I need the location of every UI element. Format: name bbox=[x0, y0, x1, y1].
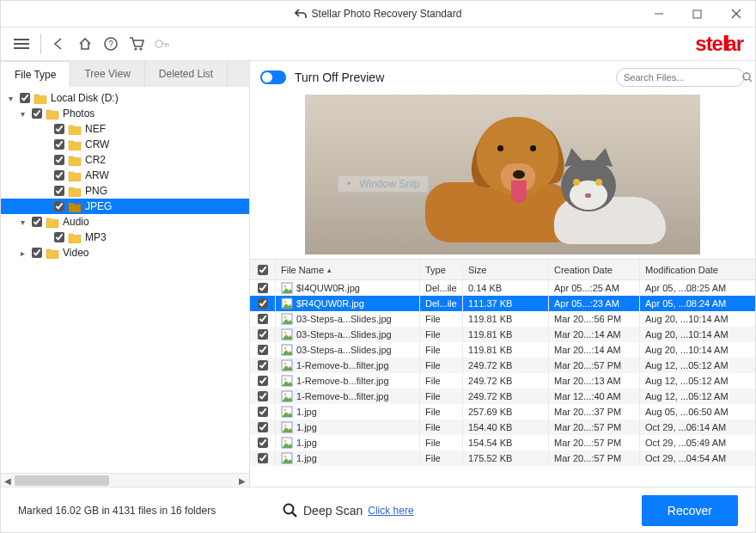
expand-arrow-icon[interactable]: ▾ bbox=[4, 94, 16, 103]
row-checkbox[interactable] bbox=[258, 314, 268, 324]
tree-item[interactable]: MP3 bbox=[1, 230, 249, 245]
tab-deleted-list[interactable]: Deleted List bbox=[145, 61, 228, 87]
tree-horizontal-scrollbar[interactable]: ◀ ▶ bbox=[1, 473, 249, 487]
table-row[interactable]: 1-Remove-b...filter.jpgFile249.72 KBMar … bbox=[250, 373, 755, 389]
folder-icon bbox=[46, 248, 59, 259]
tree-checkbox[interactable] bbox=[20, 93, 30, 103]
table-row[interactable]: 1.jpgFile257.69 KBMar 20...:37 PMAug 05,… bbox=[250, 404, 755, 420]
tab-tree-view[interactable]: Tree View bbox=[70, 61, 144, 87]
file-modification-date: Aug 05, ...06:50 AM bbox=[640, 404, 755, 420]
row-checkbox[interactable] bbox=[258, 329, 268, 340]
row-checkbox[interactable] bbox=[258, 376, 268, 386]
row-checkbox[interactable] bbox=[258, 298, 268, 309]
svg-point-37 bbox=[284, 456, 287, 458]
row-checkbox[interactable] bbox=[258, 391, 268, 401]
header-modification-date[interactable]: Modification Date bbox=[640, 260, 755, 279]
header-checkbox-col[interactable] bbox=[250, 260, 276, 279]
scroll-left-arrow[interactable]: ◀ bbox=[1, 474, 15, 487]
cart-icon[interactable] bbox=[124, 31, 149, 57]
row-checkbox[interactable] bbox=[258, 283, 268, 293]
row-checkbox[interactable] bbox=[258, 360, 268, 371]
help-icon[interactable]: ? bbox=[98, 31, 124, 57]
toolbar: ? stellar bbox=[1, 27, 755, 61]
deep-scan-section: Deep Scan Click here bbox=[283, 503, 414, 518]
table-row[interactable]: 1-Remove-b...filter.jpgFile249.72 KBMar … bbox=[250, 358, 755, 373]
row-checkbox[interactable] bbox=[258, 345, 268, 355]
tab-file-type[interactable]: File Type bbox=[1, 61, 70, 88]
table-row[interactable]: $I4QUW0R.jpgDel...ile0.14 KBApr 05...:25… bbox=[250, 280, 755, 296]
minimize-button[interactable] bbox=[639, 1, 678, 27]
tree-checkbox[interactable] bbox=[54, 170, 64, 181]
table-row[interactable]: 1.jpgFile175.52 KBMar 20...:57 PMOct 29,… bbox=[250, 450, 755, 466]
row-checkbox[interactable] bbox=[258, 422, 268, 432]
tree-item[interactable]: ▸Video bbox=[1, 245, 249, 260]
file-size: 111.37 KB bbox=[463, 296, 549, 311]
file-modification-date: Aug 12, ...05:12 AM bbox=[640, 373, 755, 389]
recover-button[interactable]: Recover bbox=[642, 495, 738, 526]
tree-item[interactable]: ▾Photos bbox=[1, 106, 249, 121]
back-icon[interactable] bbox=[46, 31, 72, 57]
row-checkbox[interactable] bbox=[258, 453, 268, 463]
table-row[interactable]: 03-Steps-a...Slides.jpgFile119.81 KBMar … bbox=[250, 342, 755, 358]
menu-icon[interactable] bbox=[9, 31, 35, 57]
file-size: 119.81 KB bbox=[463, 327, 549, 342]
tree-item-label: Video bbox=[63, 247, 88, 259]
tree-item[interactable]: JPEG bbox=[1, 199, 249, 214]
preview-toggle[interactable] bbox=[260, 70, 286, 84]
tree-item[interactable]: ▾Audio bbox=[1, 214, 249, 230]
tree-checkbox[interactable] bbox=[54, 201, 64, 211]
table-row[interactable]: 1-Remove-b...filter.jpgFile249.72 KBMar … bbox=[250, 389, 755, 404]
tree-item-label: Audio bbox=[63, 216, 89, 228]
tree-item[interactable]: NEF bbox=[1, 121, 249, 137]
tree-checkbox[interactable] bbox=[54, 155, 64, 165]
row-checkbox[interactable] bbox=[258, 407, 268, 417]
search-icon[interactable] bbox=[742, 72, 753, 83]
key-icon[interactable] bbox=[149, 31, 175, 57]
deep-scan-link[interactable]: Click here bbox=[368, 505, 413, 517]
maximize-button[interactable] bbox=[678, 1, 716, 27]
file-name: 1-Remove-b...filter.jpg bbox=[296, 360, 389, 371]
svg-point-17 bbox=[284, 301, 287, 303]
table-row[interactable]: 03-Steps-a...Slides.jpgFile119.81 KBMar … bbox=[250, 311, 755, 327]
tree-checkbox[interactable] bbox=[32, 217, 42, 227]
tree-checkbox[interactable] bbox=[54, 124, 64, 134]
tree-checkbox[interactable] bbox=[54, 186, 64, 196]
tree-checkbox[interactable] bbox=[54, 232, 64, 242]
tree-checkbox[interactable] bbox=[32, 248, 42, 258]
header-filename[interactable]: File Name▴ bbox=[276, 260, 420, 279]
file-creation-date: Mar 20...:57 PM bbox=[549, 435, 640, 450]
scroll-thumb[interactable] bbox=[15, 475, 109, 486]
watermark-badge: Window Snip bbox=[338, 175, 429, 193]
expand-arrow-icon[interactable]: ▾ bbox=[16, 109, 28, 119]
tree-item[interactable]: ARW bbox=[1, 168, 249, 183]
tree-checkbox[interactable] bbox=[54, 139, 64, 150]
file-creation-date: Apr 05...:23 AM bbox=[549, 296, 640, 311]
search-input[interactable] bbox=[624, 72, 742, 83]
table-body[interactable]: $I4QUW0R.jpgDel...ile0.14 KBApr 05...:25… bbox=[250, 280, 755, 487]
search-box[interactable] bbox=[616, 68, 745, 87]
preview-area: Window Snip bbox=[250, 94, 755, 259]
home-icon[interactable] bbox=[72, 31, 98, 57]
row-checkbox[interactable] bbox=[258, 438, 268, 448]
table-row[interactable]: $R4QUW0R.jpgDel...ile111.37 KBApr 05...:… bbox=[250, 296, 755, 311]
file-type-tree[interactable]: ▾Local Disk (D:)▾PhotosNEFCRWCR2ARWPNGJP… bbox=[1, 87, 249, 473]
table-row[interactable]: 1.jpgFile154.40 KBMar 20...:57 PMOct 29,… bbox=[250, 420, 755, 435]
expand-arrow-icon[interactable]: ▾ bbox=[16, 217, 28, 227]
file-modification-date: Apr 05, ...08:25 AM bbox=[640, 280, 755, 296]
close-button[interactable] bbox=[716, 1, 755, 27]
header-size[interactable]: Size bbox=[463, 260, 549, 279]
tree-item[interactable]: CR2 bbox=[1, 152, 249, 168]
tree-item[interactable]: ▾Local Disk (D:) bbox=[1, 90, 249, 106]
scroll-right-arrow[interactable]: ▶ bbox=[235, 474, 249, 487]
table-row[interactable]: 1.jpgFile154.54 KBMar 20...:57 PMOct 29,… bbox=[250, 435, 755, 450]
expand-arrow-icon[interactable]: ▸ bbox=[16, 248, 28, 258]
file-name: 1.jpg bbox=[296, 453, 317, 463]
file-type: File bbox=[420, 311, 463, 327]
file-type: File bbox=[420, 435, 463, 450]
header-type[interactable]: Type bbox=[420, 260, 463, 279]
table-row[interactable]: 03-Steps-a...Slides.jpgFile119.81 KBMar … bbox=[250, 327, 755, 342]
tree-checkbox[interactable] bbox=[32, 108, 42, 119]
tree-item[interactable]: PNG bbox=[1, 183, 249, 199]
header-creation-date[interactable]: Creation Date bbox=[549, 260, 640, 279]
tree-item[interactable]: CRW bbox=[1, 137, 249, 152]
